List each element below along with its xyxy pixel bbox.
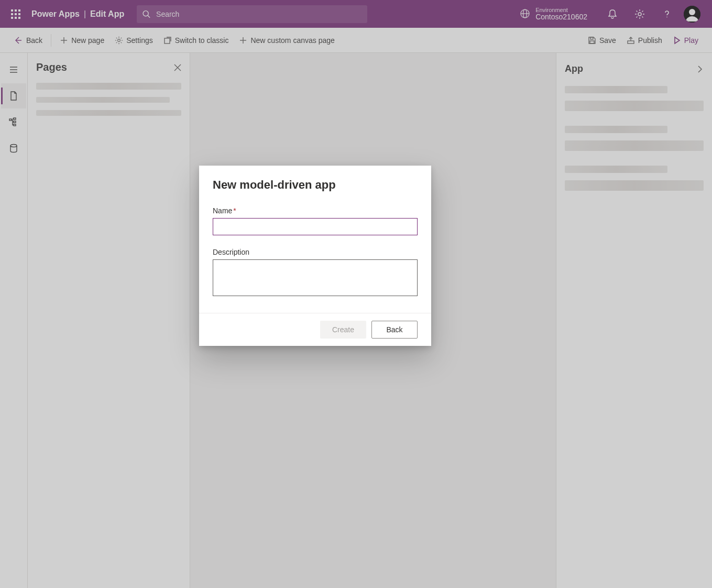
description-input[interactable]: [213, 259, 418, 296]
create-button[interactable]: Create: [320, 321, 366, 339]
new-app-modal: New model-driven app Name* Description C…: [199, 166, 431, 346]
modal-title: New model-driven app: [213, 178, 418, 192]
description-label: Description: [213, 248, 418, 256]
modal-back-button[interactable]: Back: [371, 321, 418, 339]
name-input[interactable]: [213, 218, 418, 235]
modal-footer: Create Back: [199, 313, 431, 346]
name-label: Name*: [213, 206, 418, 215]
